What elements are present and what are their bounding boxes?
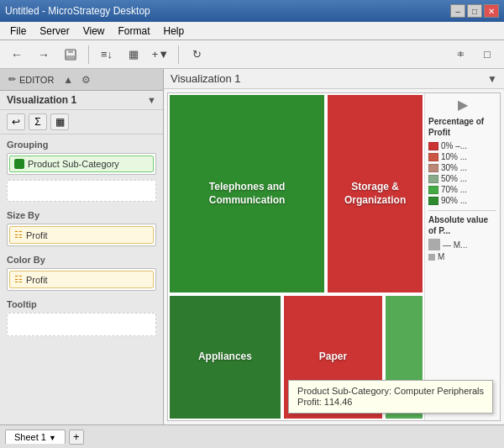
tm-cell-telephones-label: Telephones and Communication [170, 177, 324, 210]
legend-expand-arrow[interactable]: ▶ [428, 97, 496, 113]
viz-dropdown-arrow[interactable]: ▼ [147, 95, 156, 105]
legend-color-0 [428, 142, 438, 150]
refresh-button[interactable]: ↻ [185, 44, 208, 66]
pencil-icon: ✏ [8, 74, 16, 85]
tm-cell-appliances[interactable]: Appliances [168, 294, 282, 420]
legend-color-3 [428, 175, 438, 183]
panel-btn1[interactable]: ⧧ [449, 44, 472, 66]
tm-cell-telephones[interactable]: Telephones and Communication [168, 93, 326, 294]
legend-item-4: 70% ... [428, 185, 496, 194]
size-by-well[interactable]: ☷ Profit [7, 224, 156, 246]
grouping-field-label: Product Sub-Category [28, 159, 119, 169]
tooltip-line1-label: Product Sub-Category: [297, 386, 391, 396]
tooltip-line2-label: Profit: [297, 397, 322, 407]
tm-cell-appliances-label: Appliances [195, 347, 255, 367]
legend-label-4: 70% ... [441, 185, 467, 194]
viz-canvas: Telephones and Communication Storage & O… [167, 92, 501, 421]
color-by-well[interactable]: ☷ Profit [7, 268, 156, 291]
sheet-add-button[interactable]: + [69, 430, 84, 445]
chart-button[interactable]: ▦ [122, 44, 145, 66]
color-by-field-label: Profit [26, 275, 48, 285]
tm-cell-paper-label: Paper [316, 347, 350, 367]
sigma-tool[interactable]: Σ [29, 113, 47, 130]
grouping-field-tag[interactable]: Product Sub-Category [9, 155, 154, 172]
panel-btn2[interactable]: □ [475, 44, 499, 66]
chart-type-tool[interactable]: ▦ [50, 113, 69, 130]
legend-size-label-0: — M... [443, 240, 467, 250]
viz-name-row: Visualization 1 ▼ [0, 91, 163, 110]
svg-rect-2 [66, 55, 75, 59]
tm-cell-storage-label: Storage & Organization [328, 177, 423, 210]
legend-size-label-1: M [438, 252, 444, 261]
legend-size-item-1: M [428, 252, 496, 261]
viz-header-dropdown[interactable]: ▼ [487, 73, 497, 85]
status-bar: Sheet 1 ▼ + [0, 424, 504, 448]
color-by-label: Color By [0, 250, 163, 266]
tooltip-row-1: Product Sub-Category: Computer Periphera… [297, 386, 484, 396]
undo-tool[interactable]: ↩ [7, 113, 25, 130]
back-button[interactable]: ← [5, 44, 29, 66]
editor-tab-label: EDITOR [19, 75, 54, 85]
legend-color-4 [428, 186, 438, 194]
minimize-button[interactable]: – [450, 4, 465, 18]
tm-cell-storage[interactable]: Storage & Organization [326, 93, 424, 294]
legend-size-box-1 [428, 254, 435, 261]
data-button[interactable]: ≡↓ [95, 44, 118, 66]
filter-icon[interactable]: ▲ [59, 72, 77, 87]
grouping-empty-well[interactable] [7, 180, 156, 202]
legend-color-title: Percentage of Profit [428, 116, 496, 138]
window-title: Untitled - MicroStrategy Desktop [5, 5, 150, 17]
add-button[interactable]: +▼ [149, 44, 172, 66]
legend-item-0: 0% –... [428, 141, 496, 150]
tooltip-well[interactable] [7, 313, 156, 336]
legend-item-5: 90% ... [428, 196, 496, 205]
forward-button[interactable]: → [32, 44, 55, 66]
legend-item-3: 50% ... [428, 174, 496, 183]
toolbar: ← → ≡↓ ▦ +▼ ↻ ⧧ □ [0, 40, 504, 69]
toolbar-separator [88, 45, 89, 64]
sheet-tab-label: Sheet 1 [14, 432, 46, 442]
sheet-tab[interactable]: Sheet 1 ▼ [5, 430, 66, 444]
tooltip-line2-value: 114.46 [324, 397, 353, 407]
viz-tools: ↩ Σ ▦ [0, 110, 163, 134]
tooltip-line1-value: Computer Peripherals [394, 386, 484, 396]
close-button[interactable]: ✕ [484, 4, 499, 18]
editor-tab[interactable]: ✏ EDITOR [3, 72, 59, 87]
size-by-field-label: Profit [26, 230, 48, 240]
menu-view[interactable]: View [76, 24, 112, 39]
legend-color-1 [428, 153, 438, 161]
treemap-top-row: Telephones and Communication Storage & O… [168, 93, 424, 294]
legend-label-0: 0% –... [441, 141, 467, 150]
legend-label-5: 90% ... [441, 196, 467, 205]
save-button[interactable] [59, 44, 82, 66]
grouping-well[interactable]: Product Sub-Category [7, 153, 156, 175]
tooltip-popup: Product Sub-Category: Computer Periphera… [288, 380, 493, 414]
legend-label-1: 10% ... [441, 152, 467, 161]
size-by-field-tag[interactable]: ☷ Profit [9, 226, 154, 244]
window-controls: – □ ✕ [450, 4, 499, 18]
legend-color-5 [428, 197, 438, 205]
legend-size-item-0: — M... [428, 239, 496, 250]
toolbar-separator2 [178, 45, 179, 64]
grouping-label: Grouping [0, 134, 163, 151]
maximize-button[interactable]: □ [467, 4, 482, 18]
legend-size-box-0 [428, 239, 440, 250]
legend-label-3: 50% ... [441, 174, 467, 183]
settings-icon[interactable]: ⚙ [77, 72, 95, 87]
menu-server[interactable]: Server [33, 24, 76, 39]
menu-file[interactable]: File [3, 24, 33, 39]
menu-help[interactable]: Help [157, 24, 192, 39]
viz-name-label: Visualization 1 [7, 94, 76, 106]
left-panel: ✏ EDITOR ▲ ⚙ Visualization 1 ▼ ↩ Σ ▦ Gro… [0, 69, 164, 424]
grouping-field-icon [14, 159, 24, 169]
menu-format[interactable]: Format [111, 24, 156, 39]
main-area: ✏ EDITOR ▲ ⚙ Visualization 1 ▼ ↩ Σ ▦ Gro… [0, 69, 504, 424]
legend-item-1: 10% ... [428, 152, 496, 161]
sheet-dropdown-arrow[interactable]: ▼ [49, 434, 56, 442]
menu-bar: File Server View Format Help [0, 22, 504, 40]
legend-divider [428, 210, 496, 211]
color-by-field-tag[interactable]: ☷ Profit [9, 271, 154, 288]
legend-label-2: 30% ... [441, 163, 467, 172]
legend-item-2: 30% ... [428, 163, 496, 172]
legend-size-title: Absolute value of P... [428, 214, 496, 236]
